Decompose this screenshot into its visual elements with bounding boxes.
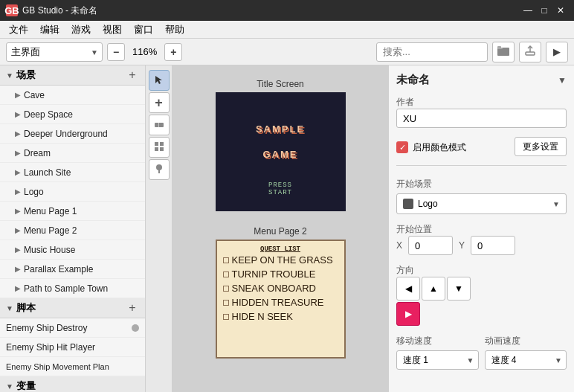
title-screen-canvas[interactable]: SAMPLEGAME PRESSSTART <box>216 92 346 211</box>
list-item[interactable]: ▶ Cave <box>0 86 145 105</box>
sidebar-item-label: Logo <box>24 187 139 197</box>
x-input[interactable] <box>408 236 453 255</box>
scenes-collapse-icon: ▼ <box>6 71 13 80</box>
item-arrow-icon: ▶ <box>15 226 21 234</box>
folder-icon <box>497 45 509 58</box>
list-item[interactable]: ▶ Path to Sample Town <box>0 279 145 298</box>
maximize-button[interactable]: □ <box>537 3 552 18</box>
menu-file[interactable]: 文件 <box>3 22 34 38</box>
move-speed-select-wrap: 速度 1 ▼ <box>396 350 479 370</box>
pos-row: X Y <box>396 236 567 255</box>
close-button[interactable]: ✕ <box>553 3 568 18</box>
svg-rect-2 <box>497 46 501 48</box>
folder-button[interactable] <box>492 42 515 62</box>
list-item[interactable]: ▶ Deep Space <box>0 105 145 124</box>
script-dot-icon <box>132 324 139 332</box>
select-tool-button[interactable] <box>149 70 170 91</box>
item-arrow-icon: ▶ <box>15 284 21 292</box>
color-mode-checkbox[interactable]: ✓ <box>396 141 408 153</box>
add-tool-button[interactable]: + <box>149 92 170 113</box>
list-item[interactable]: ▶ Menu Page 2 <box>0 221 145 240</box>
menu-edit[interactable]: 编辑 <box>34 22 65 38</box>
variables-label: 变量 <box>16 379 139 392</box>
eraser-tool-button[interactable] <box>149 115 170 135</box>
list-item[interactable]: ▶ Launch Site <box>0 163 145 182</box>
quest-checkbox-icon <box>223 271 229 277</box>
tiles-tool-button[interactable] <box>149 137 170 158</box>
start-scene-value: Logo <box>418 199 438 209</box>
canvas-area[interactable]: Title Screen SAMPLEGAME PRESSSTART Menu … <box>172 65 388 392</box>
quest-item-1: KEEP ON THE GRASS <box>217 253 344 267</box>
svg-rect-8 <box>155 142 158 146</box>
x-pos-group: X <box>396 236 453 255</box>
svg-rect-9 <box>160 142 164 146</box>
menu-window[interactable]: 窗口 <box>128 22 159 38</box>
move-speed-select[interactable]: 速度 1 <box>396 350 479 370</box>
anim-speed-select-wrap: 速度 4 ▼ <box>485 350 567 370</box>
variables-header[interactable]: ▼ 变量 <box>0 376 145 392</box>
quest-item-3: SNEAK ONBOARD <box>217 281 344 295</box>
list-item[interactable]: Enemy Ship Movement Plan <box>0 357 145 376</box>
scripts-section: ▼ 脚本 + Enemy Ship Destroy Enemy Ship Hit… <box>0 298 145 376</box>
paint-tool-button[interactable] <box>149 159 170 180</box>
start-scene-arrow-icon: ▼ <box>552 200 560 208</box>
dir-down-button[interactable]: ▼ <box>447 277 471 301</box>
anim-speed-group: 动画速度 速度 4 ▼ <box>485 332 567 370</box>
quest-title-display: QUEST LIST <box>217 241 344 253</box>
move-speed-group: 移动速度 速度 1 ▼ <box>396 332 479 370</box>
scene-title-label: Title Screen <box>257 79 304 89</box>
menu-page-2-canvas[interactable]: QUEST LIST KEEP ON THE GRASS TURNIP TROU… <box>216 240 346 359</box>
main-area: ▼ 场景 + ▶ Cave ▶ Deep Space ▶ Deeper Unde… <box>0 65 574 392</box>
export-button[interactable] <box>519 42 541 62</box>
list-item[interactable]: ▶ Music House <box>0 240 145 260</box>
minimize-button[interactable]: — <box>520 3 535 18</box>
list-item[interactable]: Enemy Ship Destroy <box>0 318 145 338</box>
list-item[interactable]: Enemy Ship Hit Player <box>0 338 145 357</box>
sidebar: ▼ 场景 + ▶ Cave ▶ Deep Space ▶ Deeper Unde… <box>0 65 146 392</box>
direction-section: 方向 ◀ ▲ ▼ ▶ <box>396 261 567 326</box>
sidebar-item-label: Launch Site <box>24 167 139 178</box>
scripts-header[interactable]: ▼ 脚本 + <box>0 298 145 318</box>
scenes-header[interactable]: ▼ 场景 + <box>0 65 145 86</box>
start-scene-dropdown[interactable]: Logo ▼ <box>396 193 567 214</box>
add-script-button[interactable]: + <box>126 301 139 315</box>
add-scene-button[interactable]: + <box>126 68 139 82</box>
menu-help[interactable]: 帮助 <box>159 22 190 38</box>
dir-up-button[interactable]: ▲ <box>422 277 445 301</box>
list-item[interactable]: ▶ Deeper Underground <box>0 124 145 144</box>
list-item[interactable]: ▶ Logo <box>0 182 145 202</box>
menu-view[interactable]: 视图 <box>97 22 128 38</box>
item-arrow-icon: ▶ <box>15 207 21 215</box>
scripts-list: Enemy Ship Destroy Enemy Ship Hit Player… <box>0 318 145 376</box>
play-button[interactable]: ▶ <box>546 42 568 62</box>
menu-game[interactable]: 游戏 <box>65 22 97 38</box>
y-input[interactable] <box>471 236 515 255</box>
svg-marker-5 <box>155 76 162 84</box>
list-item[interactable]: ▶ Menu Page 1 <box>0 202 145 221</box>
item-arrow-icon: ▶ <box>15 187 21 196</box>
search-input[interactable] <box>376 42 488 62</box>
checkmark-icon: ✓ <box>399 143 406 152</box>
scene-select[interactable]: 主界面 <box>6 42 103 62</box>
sidebar-item-label: Deep Space <box>24 109 139 120</box>
list-item[interactable]: ▶ Dream <box>0 144 145 163</box>
item-arrow-icon: ▶ <box>15 168 21 176</box>
zoom-out-button[interactable]: − <box>107 43 125 61</box>
start-scene-section: 开始场景 Logo ▼ <box>396 175 567 214</box>
item-arrow-icon: ▶ <box>15 149 21 157</box>
dir-left-button[interactable]: ◀ <box>396 277 420 301</box>
zoom-in-button[interactable]: + <box>164 43 182 61</box>
scripts-collapse-icon: ▼ <box>6 304 13 312</box>
list-item[interactable]: ▶ Parallax Example <box>0 260 145 279</box>
dir-right-button[interactable]: ▶ <box>396 302 420 326</box>
quest-checkbox-icon <box>223 286 229 292</box>
item-arrow-icon: ▶ <box>15 129 21 138</box>
quest-item-5: HIDE N SEEK <box>217 309 344 324</box>
author-input[interactable] <box>396 109 567 128</box>
more-settings-button[interactable]: 更多设置 <box>515 137 567 156</box>
sidebar-item-label: Dream <box>24 148 139 158</box>
anim-speed-select[interactable]: 速度 4 <box>485 350 567 370</box>
tool-panel: + <box>146 65 172 392</box>
svg-rect-10 <box>155 147 158 151</box>
sidebar-item-label: Menu Page 2 <box>24 225 139 236</box>
